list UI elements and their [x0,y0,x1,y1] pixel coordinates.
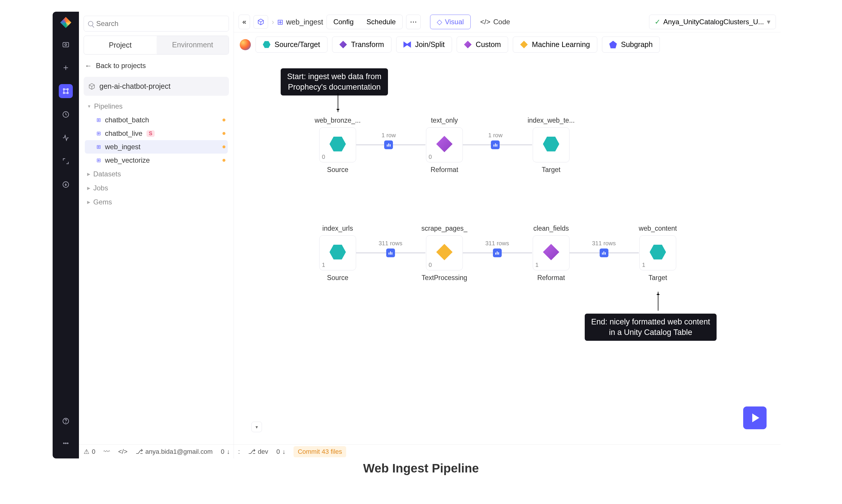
status-code[interactable]: </> [118,448,127,455]
cluster-name: Anya_UnityCatalogClusters_U... [663,18,764,26]
tree-item-chatbot-live[interactable]: ⊞chatbot_liveS [85,127,228,140]
pipeline-icon: ⊞ [97,117,101,123]
back-button[interactable]: « [239,15,250,29]
node-web-content[interactable]: web_content 1 Target [639,224,677,282]
edge-chip[interactable]: 311 rows [592,240,616,257]
status-branch[interactable]: ⎇dev [248,448,268,455]
palette-ml[interactable]: Machine Learning [513,36,597,53]
search-input[interactable] [96,20,225,28]
node-text-only[interactable]: text_only 0 Reformat [425,116,463,174]
edge-rows: 1 row [381,132,396,139]
edge-chip[interactable]: 1 row [381,132,396,149]
node-scrape-pages[interactable]: scrape_pages_ 0 TextProcessing [425,224,463,282]
node-title: web_bronze_... [314,116,360,124]
rail-clock-icon[interactable] [59,107,73,122]
rail-plus-icon[interactable] [59,61,73,75]
node-title: clean_fields [533,224,569,232]
ellipsis-icon: ⋯ [410,18,417,26]
canvas[interactable]: web_bronze_... 0 Source text_only 0 Refo… [234,57,780,458]
pipeline-crumb-cube[interactable] [254,15,268,29]
sidebar: Project Environment ← Back to projects g… [79,12,234,458]
node-web-bronze[interactable]: web_bronze_... 0 Source [319,116,357,174]
sidebar-tabs: Project Environment [84,36,229,55]
edge-chip[interactable]: 311 rows [485,240,509,257]
palette-join-split[interactable]: Join/Split [396,36,452,53]
rail-pipeline-icon[interactable] [59,84,73,98]
project-row[interactable]: gen-ai-chatbot-project [84,77,229,96]
code-icon: </> [480,18,491,26]
palette-source-target[interactable]: Source/Target [256,36,327,53]
node-sublabel: Reformat [537,274,565,282]
rail-download-icon[interactable] [59,178,73,192]
bowtie-icon [403,41,411,48]
tab-project[interactable]: Project [84,36,156,54]
bar-chart-icon [389,251,392,255]
tree-pipelines[interactable]: ▼Pipelines [85,99,228,113]
tab-environment[interactable]: Environment [157,36,229,54]
visual-label: Visual [445,18,464,26]
rail-activity-icon[interactable] [59,131,73,145]
palette-label: Transform [351,40,384,49]
config-schedule-segment: Config Schedule [327,15,402,29]
tree-item-web-ingest[interactable]: ⊞web_ingest [85,140,228,154]
canvas-dropdown-button[interactable]: ▾ [252,422,262,432]
run-button[interactable] [743,407,767,429]
annotation-start: Start: ingest web data from Prophecy's d… [281,68,388,95]
rail-more-icon[interactable] [59,436,73,450]
tree-item-chatbot-batch[interactable]: ⊞chatbot_batch [85,113,228,127]
status-dot [223,159,225,162]
code-toggle[interactable]: </>Code [474,15,517,29]
status-trend[interactable]: 〰 [103,448,110,455]
node-title: web_content [639,224,677,232]
breadcrumb-pipeline: web_ingest [286,18,323,26]
node-clean-fields[interactable]: clean_fields 1 Reformat [532,224,570,282]
node-title: index_web_te... [528,116,574,124]
diamond-icon [340,41,347,49]
edge-rows: 311 rows [485,240,509,247]
play-icon [752,413,759,422]
config-tab[interactable]: Config [327,15,360,29]
diamond-icon [464,41,471,49]
cluster-picker[interactable]: ✓ Anya_UnityCatalogClusters_U... ▾ [649,15,776,29]
status-user[interactable]: ⎇anya.bida1@gmail.com [136,448,212,455]
edge-rows: 311 rows [379,240,402,247]
status-commit[interactable]: Commit 43 files [294,446,346,457]
branch-icon: ⎇ [248,448,256,455]
cube-icon [88,83,95,90]
status-incoming[interactable]: 0↓ [221,448,230,455]
rail-help-icon[interactable] [59,414,73,428]
node-sublabel: Reformat [431,166,459,174]
more-button[interactable]: ⋯ [406,15,421,29]
palette-transform[interactable]: Transform [332,36,392,53]
status-colon: : [238,448,240,455]
rail-camera-icon[interactable] [59,37,73,51]
node-count: 0 [429,154,432,160]
rail-expand-icon[interactable] [59,154,73,168]
tree-jobs[interactable]: ▶Jobs [85,181,228,195]
back-to-projects[interactable]: ← Back to projects [79,55,234,77]
copilot-orb-icon[interactable] [240,39,251,50]
project-tree: ▼Pipelines ⊞chatbot_batch ⊞chatbot_liveS… [79,96,234,213]
palette-label: Custom [476,40,501,49]
view-toggle: ◇Visual </>Code [430,15,517,29]
schedule-tab[interactable]: Schedule [360,15,402,29]
tree-item-web-vectorize[interactable]: ⊞web_vectorize [85,154,228,167]
search-box[interactable] [84,16,229,32]
tree-gems[interactable]: ▶Gems [85,195,228,209]
status-outgoing[interactable]: 0↓ [276,448,285,455]
node-count: 0 [429,262,432,268]
node-index-urls[interactable]: index_urls 1 Source [319,224,357,282]
palette-subgraph[interactable]: Subgraph [602,36,660,53]
edge-chip[interactable]: 311 rows [379,240,402,257]
status-email: anya.bida1@gmail.com [145,448,212,455]
hexagon-icon [650,244,666,260]
node-index-web-te[interactable]: index_web_te... Target [532,116,570,174]
status-warnings[interactable]: ⚠0 [84,448,95,455]
search-icon [88,21,93,26]
tree-datasets[interactable]: ▶Datasets [85,167,228,181]
edge-chip[interactable]: 1 row [488,132,502,149]
visual-toggle[interactable]: ◇Visual [430,15,471,29]
bar-chart-icon [494,143,497,147]
palette-custom[interactable]: Custom [457,36,508,53]
node-sublabel: Target [542,166,561,174]
